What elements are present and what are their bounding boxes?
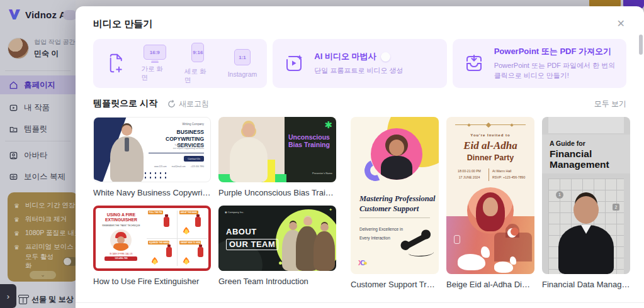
- lantern-icon: [454, 235, 460, 244]
- refresh-label: 새로고침: [179, 99, 209, 109]
- crescent-moon-icon: [507, 228, 517, 238]
- template-thumb-business-copywriting[interactable]: Writing Company BUSINESS COPYWRITING SER…: [93, 117, 211, 182]
- template-caption: Customer Support Trainin…: [351, 274, 439, 297]
- ornament-border: [455, 124, 526, 128]
- aspect-label: Instagram: [228, 70, 257, 78]
- template-caption: White Navy Business Copywriting…: [93, 182, 211, 206]
- ai-wizard-icon: [283, 52, 305, 75]
- template-logo: XC●: [358, 259, 368, 267]
- import-title: PowerPoint 또는 PDF 가져오기: [494, 46, 611, 57]
- aspect-option-square[interactable]: 1:1 Instagram: [228, 49, 257, 78]
- goat-silhouette: [494, 261, 513, 273]
- wizard-title: AI 비디오 마법사: [314, 51, 376, 62]
- template-thumb-fire-extinguisher[interactable]: USING A FIRE EXTINGUISHER REMEMBER THE "…: [93, 206, 211, 271]
- template-caption: Purple Unconscious Bias Training: [218, 182, 336, 206]
- goat-silhouette: [458, 254, 485, 270]
- new-document-icon: [107, 53, 125, 74]
- modal-scrollbar[interactable]: [639, 35, 643, 55]
- starburst-icon: ✱: [324, 119, 332, 131]
- presenter-name: Presenter's Name: [312, 172, 332, 175]
- template-cta: Contact Us: [184, 156, 204, 162]
- close-icon[interactable]: ✕: [616, 18, 626, 30]
- decor-dots: [143, 171, 169, 179]
- template-thumb-financial-management[interactable]: A Guide for Financial Management 1 2: [542, 117, 630, 274]
- person-figure: [121, 125, 132, 136]
- step-badge: 2: [613, 204, 619, 211]
- templates-section-title: 템플릿으로 시작: [93, 98, 157, 109]
- template-thumb-customer-support[interactable]: Mastering Professional Customer Support …: [351, 117, 439, 274]
- view-all-link[interactable]: 모두 보기: [594, 99, 626, 109]
- template-caption: Beige Eid al-Adha Dinner: [446, 274, 534, 297]
- refresh-button[interactable]: 새로고침: [167, 99, 209, 109]
- template-thumb-team-introduction[interactable]: Company Inc. ✦ ABOUT OUR TEAM: [218, 206, 336, 271]
- refresh-icon: [167, 100, 176, 108]
- aspect-option-portrait[interactable]: 9:16 세로 화면: [184, 43, 212, 85]
- template-brand: Writing Company: [183, 123, 204, 126]
- import-ppt-pdf-card[interactable]: PowerPoint 또는 PDF 가져오기 PowerPoint 또는 PDF…: [453, 39, 626, 88]
- modal-title: 비디오 만들기: [93, 18, 152, 30]
- aspect-label: 가로 화면: [141, 65, 168, 82]
- ai-video-wizard-card[interactable]: AI 비디오 마법사 단일 프롬프트로 비디오 생성: [273, 39, 446, 88]
- person-figure: [242, 123, 255, 137]
- ratio-9-16-icon: 9:16: [191, 43, 204, 62]
- import-subtitle: PowerPoint 또는 PDF 파일에서 한 번의 클릭으로 비디오 만들기…: [494, 61, 616, 81]
- ratio-1-1-icon: 1:1: [234, 49, 251, 65]
- info-badge-icon[interactable]: [381, 52, 390, 62]
- aspect-option-landscape[interactable]: 16:9 가로 화면: [141, 45, 168, 82]
- template-thumb-eid-dinner[interactable]: You're Invited to Eid al-Adha Dinner Par…: [446, 117, 534, 274]
- create-video-modal: 비디오 만들기 ✕ 16:9 가로 화면 9:16 세로 화면: [76, 6, 644, 308]
- template-brand: Company Inc.: [225, 211, 244, 214]
- person-figure: [371, 128, 422, 180]
- step-badge: 1: [556, 191, 563, 199]
- template-thumb-bias-training[interactable]: ✱ Unconscious Bias Training Presenter's …: [218, 117, 336, 182]
- person-figure: [110, 229, 132, 251]
- wizard-subtitle: 단일 프롬프트로 비디오 생성: [314, 66, 403, 76]
- blank-video-card[interactable]: 16:9 가로 화면 9:16 세로 화면 1:1 Instagram: [93, 39, 267, 88]
- import-icon: [463, 52, 485, 75]
- sparkle-icon: ✦: [329, 207, 332, 212]
- ratio-16-9-icon: 16:9: [144, 45, 166, 60]
- template-caption: How to Use Fire Extinguisher: [93, 271, 211, 294]
- template-caption: Financial Data Management: [542, 274, 630, 297]
- aspect-label: 세로 화면: [184, 67, 212, 85]
- app-window: Vidnoz AI 협업 작업 공간 민숙 이 홈페이지 내 작품: [0, 0, 644, 308]
- divider: [76, 302, 644, 303]
- person-figure: [467, 187, 514, 234]
- template-caption: Green Team Introduction: [218, 271, 336, 294]
